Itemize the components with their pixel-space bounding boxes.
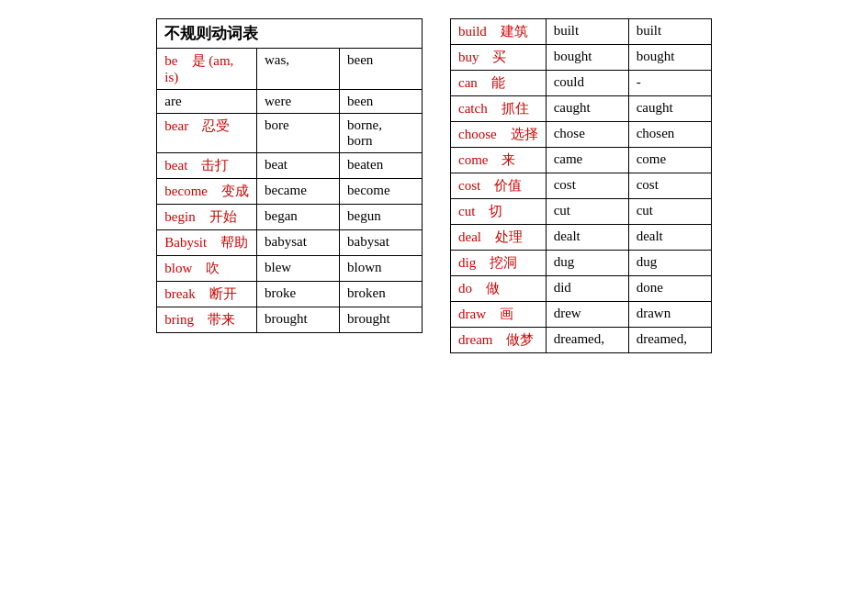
table-row: dream 做梦 dreamed, dreamed, [450, 328, 711, 353]
right-table-wrapper: build 建筑 built built buy 买 bought bought… [450, 18, 712, 353]
past-form: was, [256, 49, 339, 90]
base-form: become 变成 [157, 179, 257, 205]
base-form: do 做 [450, 276, 546, 302]
page-container: 不规则动词表 be 是 (am,is) was, been are were b… [156, 18, 711, 353]
table-row: choose 选择 chose chosen [450, 122, 711, 148]
past-form: beat [256, 153, 339, 179]
past-form: brought [256, 307, 339, 333]
base-form: dream 做梦 [450, 328, 546, 353]
past-form: did [546, 276, 628, 302]
past-form: dreamed, [546, 328, 628, 353]
past-form: bought [546, 45, 628, 71]
past-participle: dreamed, [628, 328, 711, 353]
base-form: catch 抓住 [450, 96, 546, 122]
past-form: began [256, 205, 339, 230]
base-form: break 断开 [157, 282, 257, 307]
past-form: caught [546, 96, 628, 122]
past-participle: brought [339, 307, 422, 333]
table-row: become 变成 became become [157, 179, 423, 205]
past-participle: begun [339, 205, 422, 230]
base-form: buy 买 [450, 45, 546, 71]
past-participle: cut [628, 199, 711, 225]
past-participle: been [339, 90, 422, 114]
base-form: build 建筑 [450, 19, 546, 45]
past-form: dealt [546, 225, 628, 251]
base-form: blow 吹 [157, 256, 257, 282]
base-form: cost 价值 [450, 173, 546, 199]
past-form: were [256, 90, 339, 114]
past-form: babysat [256, 230, 339, 256]
table-row: are were been [157, 90, 423, 114]
base-form: bring 带来 [157, 307, 257, 333]
left-table-wrapper: 不规则动词表 be 是 (am,is) was, been are were b… [156, 18, 423, 333]
base-form: come 来 [450, 148, 546, 173]
past-form: drew [546, 302, 628, 328]
table-row: cost 价值 cost cost [450, 173, 711, 199]
past-form: cost [546, 173, 628, 199]
base-form: draw 画 [450, 302, 546, 328]
past-participle: built [628, 19, 711, 45]
table-row: Babysit 帮助 babysat babysat [157, 230, 423, 256]
past-participle: cost [628, 173, 711, 199]
left-table: 不规则动词表 be 是 (am,is) was, been are were b… [156, 18, 423, 333]
past-form: came [546, 148, 628, 173]
table-row: bring 带来 brought brought [157, 307, 423, 333]
base-form: are [157, 90, 257, 114]
past-participle: babysat [339, 230, 422, 256]
past-participle: blown [339, 256, 422, 282]
table-row: cut 切 cut cut [450, 199, 711, 225]
table-row: begin 开始 began begun [157, 205, 423, 230]
past-form: broke [256, 282, 339, 307]
past-participle: bought [628, 45, 711, 71]
past-participle: done [628, 276, 711, 302]
past-participle: borne,born [339, 114, 422, 153]
table-row: beat 击打 beat beaten [157, 153, 423, 179]
past-form: dug [546, 251, 628, 276]
base-form: Babysit 帮助 [157, 230, 257, 256]
table-row: catch 抓住 caught caught [450, 96, 711, 122]
past-participle: dealt [628, 225, 711, 251]
table-row: blow 吹 blew blown [157, 256, 423, 282]
base-form: deal 处理 [450, 225, 546, 251]
base-form: bear 忍受 [157, 114, 257, 153]
past-participle: been [339, 49, 422, 90]
past-participle: dug [628, 251, 711, 276]
past-participle: beaten [339, 153, 422, 179]
base-form: can 能 [450, 71, 546, 96]
table-row: be 是 (am,is) was, been [157, 49, 423, 90]
table-row: buy 买 bought bought [450, 45, 711, 71]
past-form: chose [546, 122, 628, 148]
past-participle: chosen [628, 122, 711, 148]
past-form: cut [546, 199, 628, 225]
table-row: dig 挖洞 dug dug [450, 251, 711, 276]
past-form: bore [256, 114, 339, 153]
past-form: built [546, 19, 628, 45]
table-row: deal 处理 dealt dealt [450, 225, 711, 251]
table-row: build 建筑 built built [450, 19, 711, 45]
past-participle: - [628, 71, 711, 96]
table-row: bear 忍受 bore borne,born [157, 114, 423, 153]
base-form: dig 挖洞 [450, 251, 546, 276]
table-row: draw 画 drew drawn [450, 302, 711, 328]
past-participle: become [339, 179, 422, 205]
base-form: beat 击打 [157, 153, 257, 179]
past-form: became [256, 179, 339, 205]
past-form: blew [256, 256, 339, 282]
table-row: do 做 did done [450, 276, 711, 302]
base-form: be 是 (am,is) [157, 49, 257, 90]
base-form: cut 切 [450, 199, 546, 225]
past-participle: caught [628, 96, 711, 122]
past-form: could [546, 71, 628, 96]
right-table: build 建筑 built built buy 买 bought bought… [450, 18, 712, 353]
base-form: begin 开始 [157, 205, 257, 230]
left-table-title: 不规则动词表 [157, 19, 423, 49]
base-form: choose 选择 [450, 122, 546, 148]
table-row: can 能 could - [450, 71, 711, 96]
past-participle: come [628, 148, 711, 173]
past-participle: drawn [628, 302, 711, 328]
table-row: come 来 came come [450, 148, 711, 173]
table-row: break 断开 broke broken [157, 282, 423, 307]
past-participle: broken [339, 282, 422, 307]
